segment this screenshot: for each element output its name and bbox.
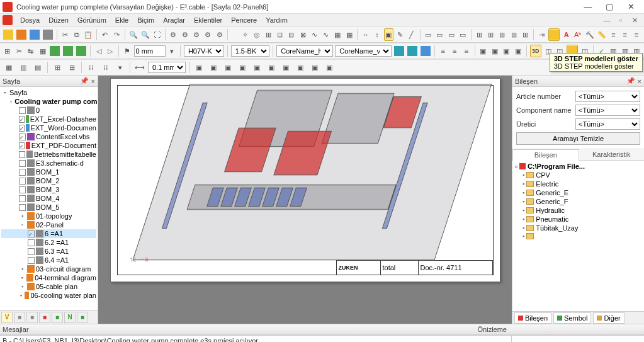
- wire2-icon[interactable]: [407, 45, 418, 57]
- lib-folder[interactable]: ▪Electric: [514, 180, 643, 188]
- paste-icon[interactable]: 📋: [83, 28, 93, 41]
- grid2-icon[interactable]: ▦: [344, 28, 354, 41]
- 3d-button[interactable]: 3D: [530, 45, 542, 57]
- cube3-icon[interactable]: ▣: [502, 45, 512, 57]
- lefttab-6[interactable]: N: [64, 312, 76, 323]
- cube4-icon[interactable]: ▣: [513, 45, 523, 57]
- copy-icon[interactable]: ⧉: [72, 28, 81, 41]
- snap-dots2-icon[interactable]: ⁞⁞: [99, 61, 112, 74]
- filter-compname-combo[interactable]: <Tümü>: [575, 105, 640, 116]
- right-bottom-tab[interactable]: Diğer: [593, 312, 624, 324]
- tree-child[interactable]: 6 =A1: [1, 229, 96, 238]
- save-icon[interactable]: [29, 28, 40, 41]
- lefttab-4[interactable]: ■: [39, 312, 50, 323]
- lib-folder[interactable]: ▪Hydraulic: [514, 206, 643, 215]
- grid-btn-icon[interactable]: ▦: [3, 61, 15, 74]
- drawing-area[interactable]: ↑z →x: [98, 76, 512, 324]
- tree-folder[interactable]: ▪04-terminal diagram: [1, 273, 96, 282]
- vtool4-icon[interactable]: ▣: [236, 61, 249, 74]
- lib-folder[interactable]: ▪: [514, 232, 643, 240]
- panel3-icon[interactable]: ▭: [446, 28, 456, 41]
- close-button[interactable]: ✕: [620, 0, 641, 14]
- tree-item[interactable]: BOM_3: [1, 185, 96, 194]
- tree-root[interactable]: ▪Sayfa: [1, 88, 96, 97]
- lefttab-v[interactable]: V: [1, 312, 13, 323]
- vtool9-icon[interactable]: ▣: [308, 61, 321, 74]
- subtab-karakteristik[interactable]: Karakteristik: [579, 149, 645, 161]
- cbl1-icon[interactable]: ⊞: [3, 45, 13, 57]
- wire1-icon[interactable]: [393, 45, 405, 57]
- tree-folder[interactable]: ▪01-topology: [1, 212, 96, 220]
- tool5-icon[interactable]: ⚙: [215, 28, 224, 41]
- tree-project[interactable]: ▫Cooling water pump com: [1, 97, 96, 106]
- panel4-icon[interactable]: ▭: [458, 28, 467, 41]
- wire-size-combo[interactable]: 1.5-BK: [231, 45, 270, 57]
- lefttab-2[interactable]: ■: [14, 312, 25, 323]
- print-icon[interactable]: [42, 28, 54, 41]
- mode1-icon[interactable]: ≡: [609, 28, 618, 41]
- cbl2-icon[interactable]: ✂: [14, 45, 25, 57]
- line-icon[interactable]: ╱: [407, 28, 416, 41]
- hammer-icon[interactable]: 🔨: [585, 28, 595, 41]
- tree-child[interactable]: 6.2 =A1: [1, 238, 96, 247]
- cbl7-icon[interactable]: [76, 45, 87, 57]
- cbl5-icon[interactable]: [49, 45, 60, 57]
- tree-item[interactable]: E3.schematic-d: [1, 159, 96, 168]
- tree-item[interactable]: EXT_Excel-Datashee: [1, 115, 96, 123]
- core2-combo[interactable]: CoreName_vert: [335, 45, 392, 57]
- align2-icon[interactable]: ≡: [450, 45, 460, 57]
- cube2-icon[interactable]: ▣: [490, 45, 500, 57]
- cable-type-combo[interactable]: H07V-K: [184, 45, 224, 57]
- lib-folder[interactable]: ▪Generic_E: [514, 188, 643, 197]
- snap3-icon[interactable]: ⊟: [286, 28, 296, 41]
- pin-icon[interactable]: 📌: [80, 77, 89, 85]
- tree-item[interactable]: BOM_4: [1, 194, 96, 203]
- lib-folder[interactable]: ▪Pneumatic: [514, 215, 643, 224]
- tree-child[interactable]: 6.4 =A1: [1, 256, 96, 265]
- right-bottom-tab[interactable]: Bileşen: [514, 312, 551, 324]
- nav-left-icon[interactable]: ◁: [94, 45, 104, 57]
- tree-folder[interactable]: ▫02-Panel: [1, 220, 96, 229]
- align1-icon[interactable]: ≡: [438, 45, 448, 57]
- extra4-icon[interactable]: ⊞: [509, 28, 518, 41]
- snap4-icon[interactable]: ⊠: [298, 28, 308, 41]
- filter-article-combo[interactable]: <Tümü>: [575, 91, 640, 102]
- mode3-icon[interactable]: ≡: [631, 28, 641, 41]
- goto-icon[interactable]: ⇥: [537, 28, 546, 41]
- maximize-button[interactable]: ▢: [599, 0, 620, 14]
- vtool6-icon[interactable]: ▣: [265, 61, 278, 74]
- panel1-icon[interactable]: ▭: [423, 28, 432, 41]
- gridv-icon[interactable]: ▥: [17, 61, 30, 74]
- clear-search-button[interactable]: Aramayı Temizle: [516, 132, 640, 145]
- tool3-icon[interactable]: ⚙: [191, 28, 201, 41]
- ruler2-icon[interactable]: ⟷: [133, 61, 146, 74]
- menu-ekle[interactable]: Ekle: [111, 15, 132, 25]
- width-combo[interactable]: [134, 45, 166, 57]
- chev-down-icon[interactable]: ▾: [167, 45, 178, 57]
- extra2-icon[interactable]: ⊞: [486, 28, 495, 41]
- snap-grid2-icon[interactable]: ⊞: [65, 61, 78, 74]
- cbl6-icon[interactable]: [62, 45, 74, 57]
- wire3-icon[interactable]: [420, 45, 431, 57]
- vtool8-icon[interactable]: ▣: [294, 61, 307, 74]
- lib-root[interactable]: ▫C:\Program File...: [514, 162, 643, 171]
- vtool3-icon[interactable]: ▣: [222, 61, 234, 74]
- tool2-icon[interactable]: ⚙: [180, 28, 189, 41]
- mdi-restore[interactable]: ▫: [614, 16, 628, 25]
- pin-icon-r[interactable]: 📌: [626, 77, 635, 85]
- core1-combo[interactable]: CoreName_hori: [276, 45, 333, 57]
- vtool2-icon[interactable]: ▣: [207, 61, 220, 74]
- filter-vendor-combo[interactable]: <Tümü>: [575, 118, 640, 130]
- layer-active-icon[interactable]: ▣: [384, 28, 393, 41]
- new-icon[interactable]: [3, 28, 14, 41]
- panel-close-icon[interactable]: ×: [91, 77, 95, 85]
- menu-pencere[interactable]: Pencere: [227, 15, 261, 25]
- menu-yardim[interactable]: Yardım: [262, 15, 291, 25]
- cbl4-icon[interactable]: ▦: [38, 45, 48, 57]
- cbl3-icon[interactable]: ↹: [26, 45, 36, 57]
- snap-grid1-icon[interactable]: ⊞: [51, 61, 64, 74]
- tool-icon[interactable]: ⚙: [169, 28, 178, 41]
- tree-item[interactable]: 0: [1, 106, 96, 115]
- tree-folder[interactable]: ▪05-cable plan: [1, 282, 96, 291]
- tree-item[interactable]: BOM_1: [1, 168, 96, 176]
